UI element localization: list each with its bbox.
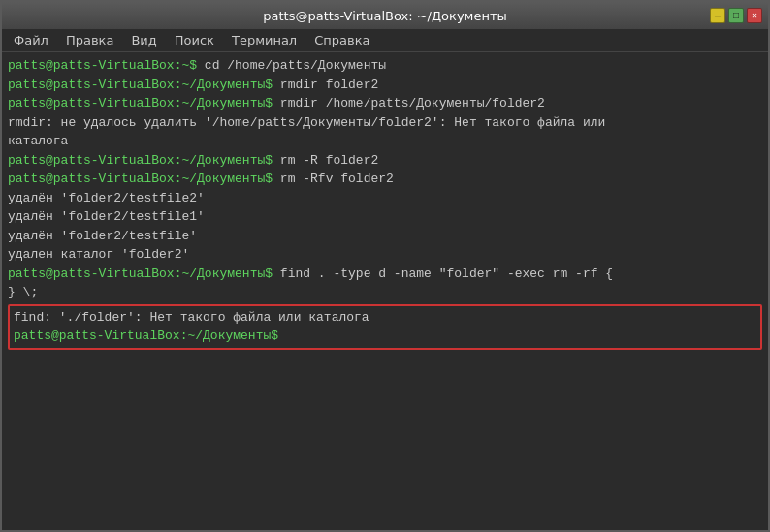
highlighted-section: find: './folder': Нет такого файла или к… — [8, 304, 762, 350]
minimize-button[interactable]: — — [710, 8, 725, 23]
window-controls: — □ ✕ — [710, 8, 762, 23]
menubar: ФайлПравкаВидПоискТерминалСправка — [2, 29, 768, 52]
terminal-line: patts@patts-VirtualBox:~/Документы$ rmdi… — [8, 94, 762, 113]
highlighted-output-line: find: './folder': Нет такого файла или к… — [14, 308, 756, 328]
menu-item-поиск[interactable]: Поиск — [167, 31, 222, 49]
terminal-window: patts@patts-VirtualBox: ~/Документы — □ … — [0, 0, 770, 532]
window-title: patts@patts-VirtualBox: ~/Документы — [263, 9, 507, 23]
terminal-line: patts@patts-VirtualBox:~/Документы$ rmdi… — [8, 76, 762, 95]
menu-item-терминал[interactable]: Терминал — [224, 31, 305, 49]
titlebar: patts@patts-VirtualBox: ~/Документы — □ … — [2, 2, 768, 29]
menu-item-справка[interactable]: Справка — [306, 31, 377, 49]
terminal-line: patts@patts-VirtualBox:~/Документы$ rm -… — [8, 170, 762, 189]
terminal-line: patts@patts-VirtualBox:~/Документы$ rm -… — [8, 151, 762, 171]
terminal-body[interactable]: patts@patts-VirtualBox:~$ cd /home/patts… — [2, 52, 768, 530]
menu-item-файл[interactable]: Файл — [6, 31, 56, 49]
highlighted-prompt-line: patts@patts-VirtualBox:~/Документы$ — [14, 327, 756, 346]
menu-item-вид[interactable]: Вид — [123, 31, 164, 49]
terminal-output-line: удалён 'folder2/testfile' — [8, 227, 762, 246]
terminal-output-line: удалён 'folder2/testfile1' — [8, 207, 762, 227]
terminal-output-line: } \; — [8, 283, 762, 302]
menu-item-правка[interactable]: Правка — [58, 31, 121, 49]
terminal-output-line: удалён 'folder2/testfile2' — [8, 189, 762, 208]
terminal-line: patts@patts-VirtualBox:~/Документы$ find… — [8, 265, 762, 284]
close-button[interactable]: ✕ — [747, 8, 762, 23]
maximize-button[interactable]: □ — [728, 8, 744, 23]
terminal-output-line: rmdir: не удалось удалить '/home/patts/Д… — [8, 113, 762, 133]
terminal-output-line: удален каталог 'folder2' — [8, 245, 762, 265]
terminal-output-line: каталога — [8, 132, 762, 151]
terminal-line: patts@patts-VirtualBox:~$ cd /home/patts… — [8, 56, 762, 76]
